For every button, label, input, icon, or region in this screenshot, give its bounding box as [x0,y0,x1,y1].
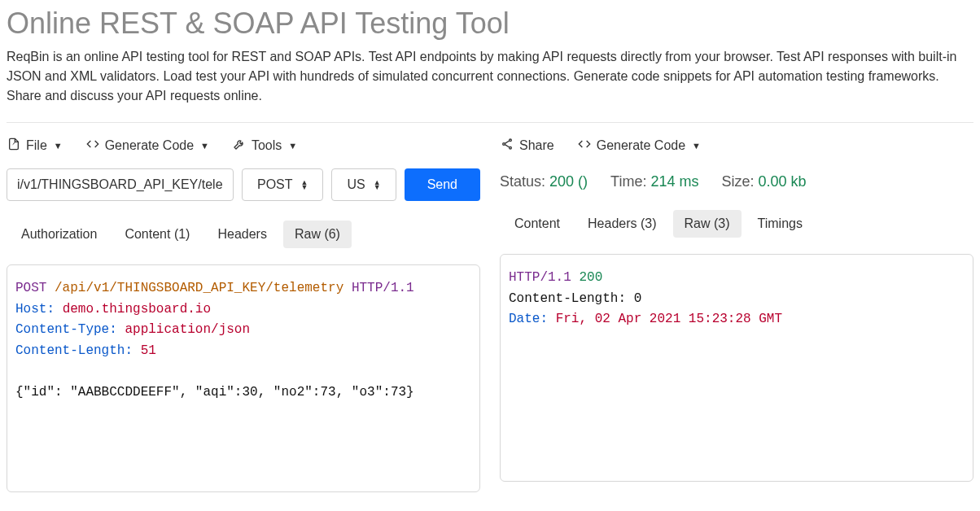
generate-code-label: Generate Code [105,138,194,153]
tab-content[interactable]: Content [503,210,571,238]
response-raw-body[interactable]: HTTP/1.1 200Content-Length: 0Date: Fri, … [500,254,973,482]
svg-point-1 [503,143,505,146]
request-toolbar: File ▼ Generate Code ▼ Tools ▼ [7,133,480,168]
share-button[interactable]: Share [500,136,554,155]
generate-code-label: Generate Code [597,138,685,153]
file-button[interactable]: File ▼ [7,136,63,155]
code-icon [85,138,100,154]
file-icon [7,138,21,154]
response-panel: Share Generate Code ▼ Status: 200 () Tim… [500,133,973,492]
response-toolbar: Share Generate Code ▼ [500,133,973,168]
page-description: ReqBin is an online API testing tool for… [7,47,973,106]
share-label: Share [519,138,554,153]
send-button[interactable]: Send [405,168,480,201]
tab-timings[interactable]: Timings [746,210,814,238]
request-raw-body[interactable]: POST /api/v1/THINGSBOARD_API_KEY/telemet… [7,264,480,492]
response-tabs: Content Headers (3) Raw (3) Timings [500,210,973,238]
tab-authorization[interactable]: Authorization [10,221,108,248]
updown-icon: ▲▼ [301,180,308,190]
generate-code-button[interactable]: Generate Code ▼ [85,136,209,155]
code-icon [577,138,592,154]
method-label: POST [257,177,293,192]
svg-point-0 [510,139,512,142]
caret-down-icon: ▼ [200,141,209,151]
request-tabs: Authorization Content (1) Headers Raw (6… [7,221,480,248]
tools-label: Tools [252,138,282,153]
tab-raw[interactable]: Raw (6) [283,221,352,248]
url-input[interactable] [7,168,234,201]
tools-button[interactable]: Tools ▼ [232,136,297,155]
request-panel: File ▼ Generate Code ▼ Tools ▼ POS [7,133,480,492]
time-label: Time: [610,173,646,190]
tab-content[interactable]: Content (1) [113,221,201,248]
tools-icon [232,138,247,154]
caret-down-icon: ▼ [54,141,63,151]
generate-code-button[interactable]: Generate Code ▼ [577,136,701,155]
status-value: 200 () [549,173,588,190]
region-label: US [347,177,365,192]
method-select[interactable]: POST ▲▼ [242,168,323,201]
size-value: 0.00 kb [759,173,807,190]
page-title: Online REST & SOAP API Testing Tool [7,7,973,41]
caret-down-icon: ▼ [288,141,297,151]
request-controls: POST ▲▼ US ▲▼ Send [7,168,480,201]
tab-headers[interactable]: Headers [206,221,278,248]
status-label: Status: [500,173,545,190]
updown-icon: ▲▼ [374,180,381,190]
file-label: File [26,138,47,153]
size-label: Size: [721,173,754,190]
region-select[interactable]: US ▲▼ [331,168,396,201]
caret-down-icon: ▼ [692,141,701,151]
svg-point-2 [510,146,512,149]
tab-headers[interactable]: Headers (3) [576,210,667,238]
time-value: 214 ms [650,173,698,190]
share-icon [500,138,514,154]
response-status-row: Status: 200 () Time: 214 ms Size: 0.00 k… [500,168,973,210]
tab-raw[interactable]: Raw (3) [673,210,742,238]
divider [7,122,973,123]
